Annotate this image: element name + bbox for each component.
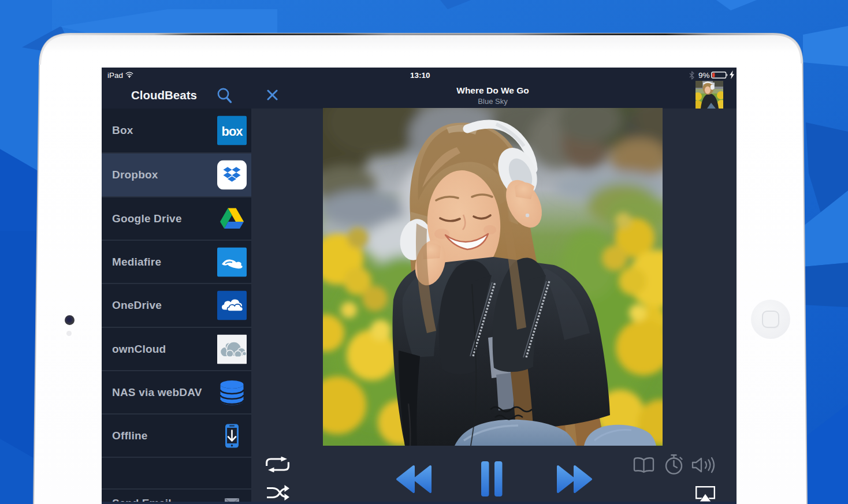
- svg-text:box: box: [221, 124, 243, 139]
